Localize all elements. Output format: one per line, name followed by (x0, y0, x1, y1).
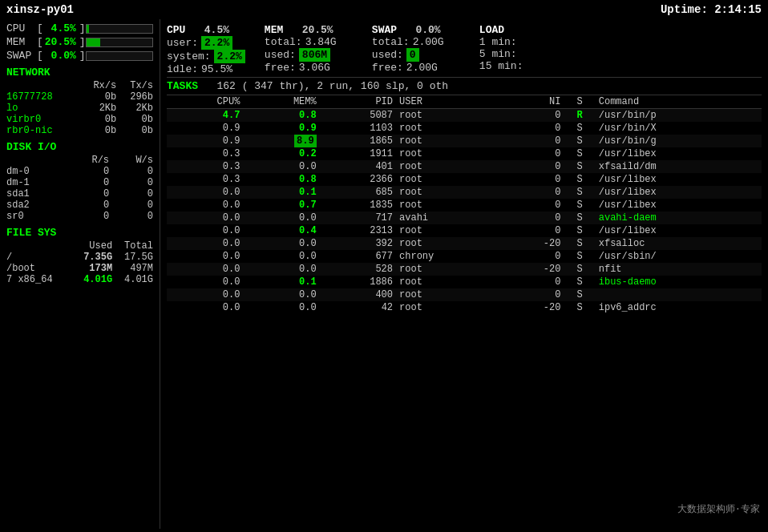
table-row: 0.3 0.0 401 root 0 S xfsaild/dm (167, 160, 762, 173)
network-table: Rx/s Tx/s 16777728 0b 296b lo 2Kb 2Kb vi… (6, 80, 153, 136)
swap-pct: 0.0% (43, 50, 79, 62)
proc-status: S (564, 276, 595, 288)
proc-cpu: 0.3 (167, 173, 243, 186)
proc-mem: 0.8 (243, 173, 319, 186)
table-row: 0.0 0.1 685 root 0 S /usr/libex (167, 186, 762, 199)
proc-cmd: /usr/bin/g (596, 135, 762, 147)
cpu-user-label: user: (167, 37, 198, 49)
proc-cmd: ibus-daemo (596, 276, 762, 288)
list-item: 16777728 0b 296b (6, 91, 153, 103)
list-item: dm-100 (6, 177, 153, 188)
proc-user: root (396, 186, 503, 199)
list-item: sda100 (6, 188, 153, 200)
net-rx: 0b (79, 125, 116, 136)
proc-ni: 0 (503, 186, 564, 199)
cpu-label: CPU (6, 22, 37, 34)
list-item: 7 x86_64 4.01G 4.01G (6, 274, 153, 285)
load-5min-row: 5 min: (479, 48, 544, 60)
cpu-section-title: CPU 4.5% (167, 24, 245, 36)
proc-cmd: /usr/libex (596, 173, 762, 186)
proc-ni: 0 (503, 250, 564, 263)
cpu-system-label: system: (167, 50, 211, 62)
net-tx: 296b (116, 91, 153, 103)
mem-pct: 20.5% (43, 36, 79, 48)
load-1min-row: 1 min: (479, 36, 544, 48)
proc-user: root (396, 160, 503, 173)
proc-status: S (564, 263, 595, 276)
net-col-rx: Rx/s (79, 80, 116, 91)
table-row: 0.0 0.0 400 root 0 S (167, 288, 762, 301)
proc-user: root (396, 173, 503, 186)
proc-cpu: 0.0 (167, 288, 243, 301)
load-15min-row: 15 min: (479, 60, 544, 72)
proc-ni: -20 (503, 301, 564, 314)
right-panel: CPU 4.5% user: 2.2% system: 2.2% idle: 9… (160, 19, 768, 529)
list-item: sr000 (6, 211, 153, 222)
proc-user: root (396, 301, 503, 314)
mem-bar (86, 38, 153, 47)
proc-pid: 5087 (320, 109, 396, 123)
proc-cmd: /usr/libex (596, 186, 762, 199)
swap-label: SWAP (6, 50, 37, 62)
proc-ni: 0 (503, 173, 564, 186)
metrics-row: CPU 4.5% user: 2.2% system: 2.2% idle: 9… (167, 22, 762, 78)
col-ni: NI (503, 95, 564, 109)
uptime: Uptime: 2:14:15 (661, 3, 762, 16)
col-cmd: Command (596, 95, 762, 109)
proc-ni: 0 (503, 109, 564, 123)
proc-pid: 400 (320, 288, 396, 301)
col-s: S (564, 95, 595, 109)
proc-ni: 0 (503, 224, 564, 237)
proc-pid: 401 (320, 160, 396, 173)
net-tx: 0b (116, 114, 153, 125)
proc-cmd: xfsalloc (596, 237, 762, 250)
swap-row: SWAP [ 0.0% ] (6, 50, 153, 62)
net-rx: 0b (79, 114, 116, 125)
proc-cmd: nfit (596, 263, 762, 276)
swap-section-title: SWAP 0.0% (372, 24, 460, 36)
cpu-bar (86, 24, 153, 34)
proc-user: root (396, 237, 503, 250)
net-tx: 2Kb (116, 103, 153, 114)
proc-ni: 0 (503, 135, 564, 147)
net-rx: 0b (79, 91, 116, 103)
table-row: 0.0 0.7 1835 root 0 S /usr/libex (167, 199, 762, 212)
fs-title: FILE SYS (6, 227, 153, 239)
proc-status: S (564, 135, 595, 147)
cpu-idle-label: idle: (167, 63, 198, 75)
cpu-section: CPU 4.5% user: 2.2% system: 2.2% idle: 9… (167, 24, 245, 75)
proc-cpu: 0.0 (167, 276, 243, 288)
tasks-row: TASKS 162 ( 347 thr), 2 run, 160 slp, 0 … (167, 78, 762, 95)
table-row: 0.3 0.8 2366 root 0 S /usr/libex (167, 173, 762, 186)
proc-cpu: 0.0 (167, 301, 243, 314)
net-iface: lo (6, 103, 79, 114)
proc-cmd: /usr/sbin/ (596, 250, 762, 263)
proc-mem: 0.0 (243, 288, 319, 301)
cpu-pct: 4.5% (43, 22, 79, 34)
proc-cmd: /usr/libex (596, 224, 762, 237)
proc-mem: 0.1 (243, 186, 319, 199)
cpu-idle-val: 95.5% (201, 63, 232, 75)
proc-ni: 0 (503, 288, 564, 301)
disk-title: DISK I/O (6, 141, 153, 153)
proc-pid: 1103 (320, 122, 396, 135)
proc-pid: 1865 (320, 135, 396, 147)
disk-header: R/s W/s (6, 155, 153, 166)
mem-total-row: total: 3.84G (265, 36, 353, 48)
mem-section: MEM 20.5% total: 3.84G used: 806M free: … (265, 24, 353, 75)
proc-cpu: 0.0 (167, 263, 243, 276)
proc-status: S (564, 250, 595, 263)
proc-pid: 1911 (320, 147, 396, 160)
proc-pid: 717 (320, 212, 396, 224)
list-item: / 7.35G 17.5G (6, 252, 153, 263)
proc-ni: -20 (503, 263, 564, 276)
proc-user: root (396, 288, 503, 301)
proc-ni: 0 (503, 160, 564, 173)
proc-mem: 0.0 (243, 212, 319, 224)
proc-user: root (396, 109, 503, 123)
proc-mem: 0.9 (243, 122, 319, 135)
swap-free-row: free: 2.00G (372, 62, 460, 74)
top-bar: xinsz-py01 Uptime: 2:14:15 (0, 0, 768, 19)
proc-status: S (564, 122, 595, 135)
net-iface: rbr0-nic (6, 125, 79, 136)
